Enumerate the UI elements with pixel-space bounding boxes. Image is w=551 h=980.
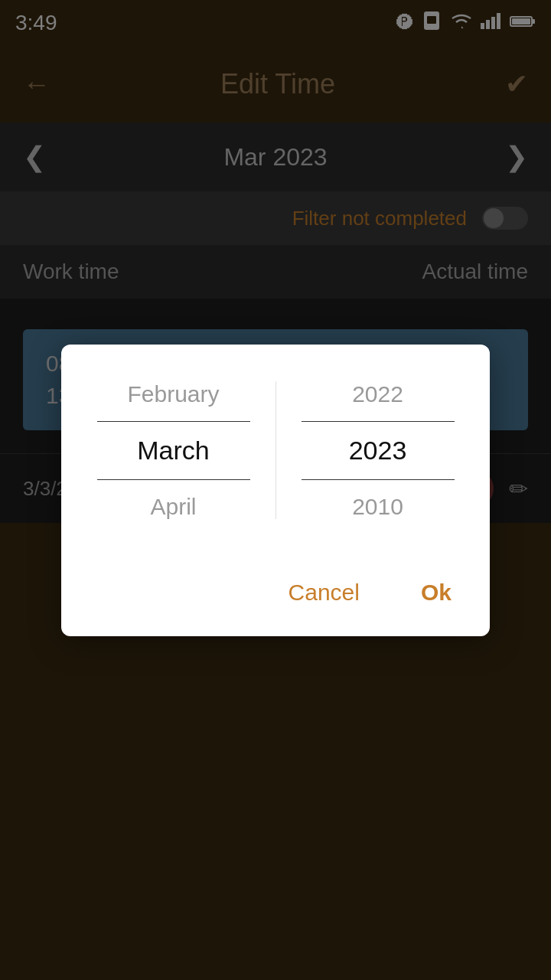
year-above[interactable]: 2022: [302, 368, 455, 421]
picker-area[interactable]: February March April 2022 2023 2010: [84, 368, 467, 534]
month-above[interactable]: February: [97, 368, 250, 421]
month-below[interactable]: April: [97, 480, 250, 534]
picker-divider: [276, 381, 276, 519]
year-below[interactable]: 2010: [302, 480, 455, 534]
cancel-button[interactable]: Cancel: [273, 572, 375, 613]
month-selected[interactable]: March: [97, 421, 250, 480]
year-selected[interactable]: 2023: [302, 421, 455, 480]
modal-overlay: February March April 2022 2023 2010 Canc…: [0, 0, 551, 980]
dialog-buttons: Cancel Ok: [84, 564, 467, 613]
year-picker-col[interactable]: 2022 2023 2010: [302, 368, 455, 534]
date-picker-dialog: February March April 2022 2023 2010 Canc…: [61, 345, 490, 636]
month-picker-col[interactable]: February March April: [97, 368, 250, 534]
ok-button[interactable]: Ok: [406, 572, 467, 613]
